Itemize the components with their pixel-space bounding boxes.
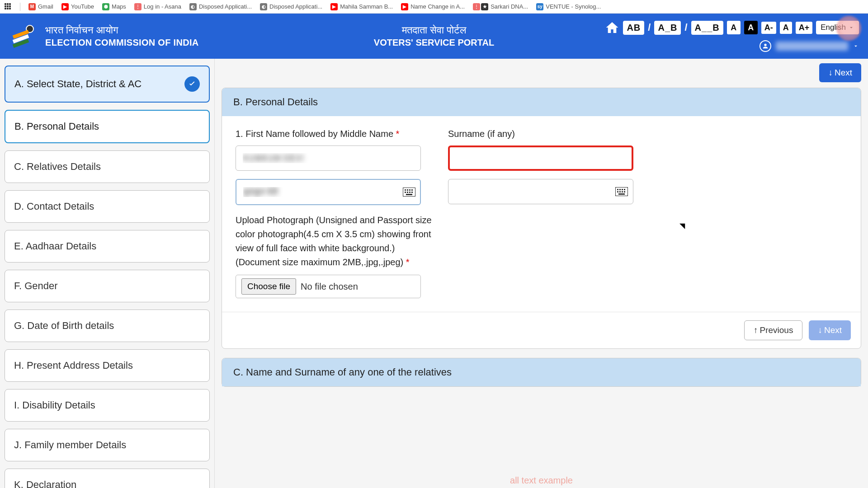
svg-rect-21 — [619, 191, 621, 192]
letter-spacing-wide[interactable]: A__B — [691, 21, 723, 35]
next-button-bottom[interactable]: ↓ Next — [809, 320, 851, 340]
svg-rect-23 — [624, 191, 625, 192]
surname-label: Surname (if any) — [448, 129, 633, 139]
home-icon[interactable] — [605, 20, 619, 35]
svg-rect-12 — [409, 192, 410, 193]
photo-file-input[interactable]: Choose file No file chosen — [236, 275, 421, 298]
apps-icon[interactable] — [5, 3, 12, 10]
sidebar-step-j[interactable]: J. Family member Details — [5, 429, 210, 461]
separator: / — [684, 22, 687, 33]
sidebar-step-b[interactable]: B. Personal Details — [5, 110, 210, 143]
bookmark-ventue[interactable]: syVENTUE - Synolog... — [536, 3, 601, 10]
portal-title-hindi: मतदाता सेवा पोर्टल — [374, 24, 494, 36]
cursor-icon: ◥ — [679, 221, 685, 230]
svg-rect-9 — [411, 189, 413, 191]
sidebar-step-c[interactable]: C. Relatives Details — [5, 150, 210, 183]
sidebar-step-h[interactable]: H. Present Address Details — [5, 349, 210, 382]
keyboard-icon[interactable] — [403, 188, 415, 197]
svg-rect-16 — [617, 189, 618, 190]
sidebar-item-label: J. Family member Details — [14, 439, 126, 451]
site-header: भारत निर्वाचन आयोग ELECTION COMMISSION O… — [0, 14, 868, 59]
surname-input[interactable] — [448, 145, 633, 171]
personal-details-card: B. Personal Details 1. First Name follow… — [222, 88, 861, 349]
svg-rect-17 — [619, 189, 621, 190]
section-title: C. Name and Surname of any one of the re… — [222, 358, 861, 386]
step-sidebar: A. Select State, District & AC B. Person… — [0, 59, 215, 488]
sidebar-step-g[interactable]: G. Date of Birth details — [5, 310, 210, 342]
svg-point-4 — [764, 44, 766, 46]
separator: / — [648, 22, 651, 33]
firstname-label: 1. First Name followed by Middle Name * — [236, 129, 421, 139]
sidebar-item-label: K. Declaration — [14, 479, 76, 488]
bookmark-maps[interactable]: ⬢Maps — [102, 3, 126, 10]
contrast-invert[interactable]: A — [744, 21, 758, 34]
button-label: Previous — [760, 325, 793, 335]
sidebar-item-label: I. Disability Details — [14, 399, 95, 411]
sidebar-step-f[interactable]: F. Gender — [5, 270, 210, 302]
bookmark-disposed1[interactable]: ◐Disposed Applicati... — [189, 3, 252, 10]
svg-rect-19 — [624, 189, 625, 190]
font-size-normal[interactable]: A — [780, 22, 792, 34]
bookmark-mahila[interactable]: ▶Mahila Samman B... — [330, 3, 393, 10]
svg-rect-13 — [411, 192, 413, 193]
user-name-redacted — [776, 42, 848, 51]
watermark-text: all text example — [510, 475, 573, 486]
sidebar-item-label: F. Gender — [14, 280, 58, 292]
choose-file-button[interactable]: Choose file — [241, 278, 296, 295]
sidebar-step-k[interactable]: K. Declaration — [5, 469, 210, 488]
letter-spacing-narrow[interactable]: AB — [623, 21, 644, 35]
bookmark-bar: MGmail ▶YouTube ⬢Maps ⋮Log in - Asana ◐D… — [0, 0, 868, 14]
button-label: Next — [835, 68, 852, 78]
portal-title-english: VOTERS' SERVICE PORTAL — [374, 38, 494, 48]
sidebar-step-e[interactable]: E. Aadhaar Details — [5, 230, 210, 263]
sidebar-item-label: H. Present Address Details — [14, 360, 133, 371]
separator — [20, 3, 20, 11]
svg-rect-22 — [622, 191, 623, 192]
bookmark-asana[interactable]: ⋮Log in - Asana — [134, 3, 181, 10]
svg-rect-18 — [622, 189, 623, 190]
sidebar-item-label: E. Aadhaar Details — [14, 240, 96, 252]
section-title: B. Personal Details — [222, 88, 861, 116]
chevron-down-icon — [853, 43, 859, 49]
svg-rect-8 — [409, 189, 410, 191]
header-title-english: ELECTION COMMISSION OF INDIA — [45, 38, 199, 48]
user-icon — [760, 40, 771, 52]
sidebar-item-label: C. Relatives Details — [14, 161, 101, 173]
button-label: Next — [824, 325, 842, 335]
svg-rect-11 — [407, 192, 408, 193]
file-status-text: No file chosen — [301, 282, 358, 292]
contrast-normal[interactable]: A — [727, 21, 741, 34]
firstname-native-input[interactable] — [236, 179, 421, 205]
font-size-decrease[interactable]: A- — [761, 22, 776, 34]
svg-rect-7 — [407, 189, 408, 191]
next-button-top[interactable]: ↓ Next — [819, 63, 861, 82]
sidebar-item-label: G. Date of Birth details — [14, 320, 114, 332]
bookmark-namechange[interactable]: ▶Name Change in A... — [401, 3, 465, 10]
letter-spacing-medium[interactable]: A_B — [654, 21, 681, 35]
bookmark-youtube[interactable]: ▶YouTube — [61, 3, 94, 10]
main-content: ↓ Next B. Personal Details 1. First Name… — [215, 59, 868, 488]
watermark-blob — [836, 16, 861, 41]
sidebar-item-label: B. Personal Details — [14, 121, 99, 132]
svg-rect-10 — [405, 192, 406, 193]
font-size-increase[interactable]: A+ — [796, 22, 813, 34]
bookmark-gmail[interactable]: MGmail — [28, 3, 53, 10]
sidebar-step-a[interactable]: A. Select State, District & AC — [5, 66, 210, 103]
firstname-input[interactable] — [236, 145, 421, 171]
header-title-hindi: भारत निर्वाचन आयोग — [45, 24, 199, 36]
bookmark-disposed2[interactable]: ◐Disposed Applicati... — [260, 3, 322, 10]
user-menu[interactable] — [760, 40, 859, 52]
svg-rect-14 — [406, 194, 412, 195]
svg-rect-20 — [617, 191, 618, 192]
check-icon — [184, 76, 200, 92]
sidebar-step-d[interactable]: D. Contact Details — [5, 190, 210, 223]
surname-native-input[interactable] — [448, 179, 633, 204]
keyboard-icon[interactable] — [615, 187, 628, 196]
previous-button[interactable]: ↑ Previous — [744, 320, 802, 340]
sidebar-item-label: A. Select State, District & AC — [14, 78, 142, 90]
svg-rect-24 — [618, 193, 625, 195]
sidebar-step-i[interactable]: I. Disability Details — [5, 389, 210, 422]
bookmark-sarkari[interactable]: ⋮★Sarkari DNA... — [473, 3, 528, 10]
svg-rect-6 — [405, 189, 406, 191]
eci-logo — [9, 23, 36, 50]
